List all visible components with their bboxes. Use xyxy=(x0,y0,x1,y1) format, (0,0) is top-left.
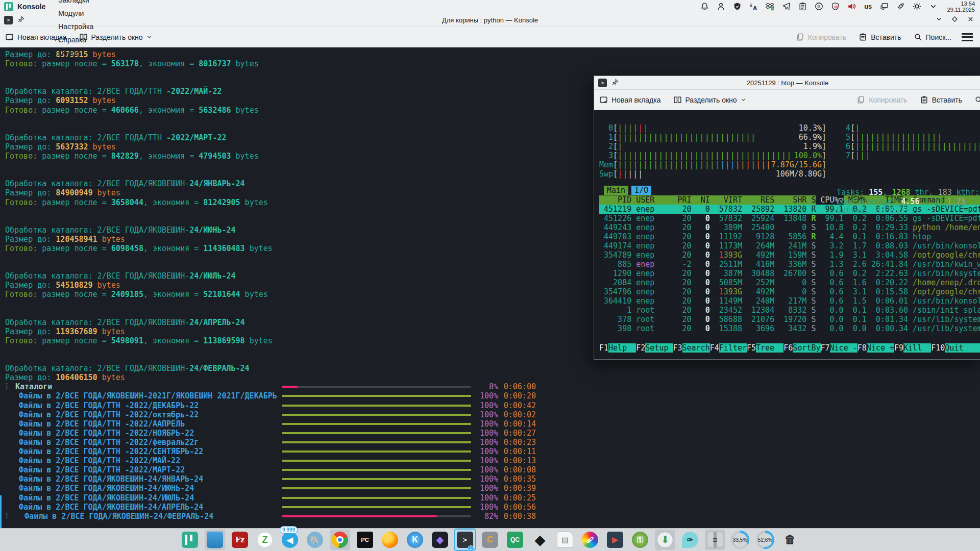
taskbar-firefox-icon[interactable] xyxy=(380,530,400,550)
process-row-449174[interactable]: 449174 enep 20 0 1173M 264M 241M S 3.2 1… xyxy=(599,241,980,251)
search-button[interactable] xyxy=(969,92,980,107)
media-pause-icon[interactable] xyxy=(815,2,824,11)
launcher-rocket-icon[interactable] xyxy=(896,2,905,11)
fkey-F7[interactable]: F7 xyxy=(821,343,830,353)
process-row-885[interactable]: 885 enep -2 0 2511M 416M 336M S 1.3 2.6 … xyxy=(599,260,980,269)
minimize-button[interactable] xyxy=(936,16,942,24)
fkey-action-Quit[interactable]: Quit xyxy=(945,343,980,353)
column-header-PRI[interactable]: PRI xyxy=(678,195,692,205)
htop-titlebar[interactable]: > 20251129 : htop — Konsole xyxy=(594,76,980,90)
menu-item-Поиск[interactable]: Поиск xyxy=(53,46,99,60)
column-header-VIRT[interactable]: VIRT xyxy=(710,195,742,205)
process-row-378[interactable]: 378 root 20 0 58688 21076 19720 S 0.0 0.… xyxy=(599,315,980,324)
paste-button[interactable]: Вставить xyxy=(853,30,906,44)
fkey-F1[interactable]: F1 xyxy=(599,343,608,353)
taskbar-filezilla-icon[interactable]: Fz xyxy=(230,530,250,550)
fkey-F4[interactable]: F4 xyxy=(710,343,719,353)
fkey-action-Nice -[interactable]: Nice - xyxy=(830,343,857,353)
process-row-398[interactable]: 398 root 20 0 15388 3696 3432 S 0.0 0.0 … xyxy=(599,324,980,333)
process-row-1[interactable]: 1 root 20 0 23452 12304 8332 S 0.0 0.1 0… xyxy=(599,306,980,315)
taskbar-inkscape-icon[interactable]: ◆ xyxy=(530,530,550,550)
fkey-F2[interactable]: F2 xyxy=(636,343,645,353)
fkey-action-Help[interactable]: Help xyxy=(608,343,636,353)
taskbar-manjaro-launcher-icon[interactable] xyxy=(180,530,200,550)
taskbar-keepass-icon[interactable]: ⚿ xyxy=(630,530,650,550)
fkey-action-Tree[interactable]: Tree xyxy=(756,343,783,353)
menu-item-Справка[interactable]: Справка xyxy=(53,33,99,46)
taskbar-chrome-icon[interactable] xyxy=(330,530,350,550)
column-header-S[interactable]: S xyxy=(806,195,816,205)
fkey-F8[interactable]: F8 xyxy=(857,343,867,353)
taskbar-pen-tool-icon[interactable]: ✑ xyxy=(680,530,700,550)
dropbox-icon[interactable] xyxy=(766,2,775,11)
taskbar-green-messenger-icon[interactable]: Z xyxy=(255,530,275,550)
main-titlebar[interactable]: > Для корины : python — Konsole xyxy=(0,13,980,27)
firewall-icon[interactable] xyxy=(831,2,840,11)
search-button[interactable]: Поиск... xyxy=(909,30,957,44)
brightness-icon[interactable] xyxy=(913,2,922,11)
taskbar-konsole-icon[interactable]: >+ xyxy=(455,530,475,550)
process-row-449703[interactable]: 449703 enep 20 0 11192 9128 5856 R 4.4 0… xyxy=(599,232,980,241)
copy-button[interactable]: Копировать xyxy=(791,30,851,44)
fkey-F5[interactable]: F5 xyxy=(747,343,756,353)
notifications-icon[interactable] xyxy=(700,2,709,11)
taskbar-downloader-icon[interactable]: ⬇ xyxy=(655,530,675,550)
taskbar-krita-icon[interactable]: 🖌 xyxy=(580,530,600,550)
keyboard-layout-icon[interactable]: us xyxy=(864,2,873,11)
user-switch-icon[interactable] xyxy=(717,2,726,11)
new-tab-button[interactable]: Новая вкладка xyxy=(594,92,666,107)
column-header-SHR[interactable]: SHR xyxy=(774,195,806,205)
split-window-button[interactable]: Разделить окно xyxy=(668,92,751,107)
htop-terminal[interactable]: 0[||||||10.3%] 1[|||||||||||||||||||||||… xyxy=(594,110,980,359)
tray-expand-icon[interactable] xyxy=(929,2,938,11)
tab-io[interactable]: I/O xyxy=(631,186,651,195)
fkey-action-Filter[interactable]: Filter xyxy=(719,343,747,353)
taskbar-telegram-icon[interactable]: ◀9 999 xyxy=(280,530,300,550)
fkey-F6[interactable]: F6 xyxy=(783,343,793,353)
process-row-354796[interactable]: 354796 enep 20 0 1393G 492M 0 S 0.6 3.1 … xyxy=(599,287,980,296)
fkey-action-Nice +[interactable]: Nice + xyxy=(867,343,894,353)
translate-icon[interactable]: x̄A xyxy=(749,2,758,11)
copy-button[interactable]: Копировать xyxy=(851,92,912,107)
taskbar-obsidian-icon[interactable]: ◆ xyxy=(430,530,450,550)
taskbar-cpu-monitor-ring-icon[interactable]: 33,5% xyxy=(730,530,750,550)
audio-volume-icon[interactable] xyxy=(847,2,856,11)
telegram-tray-icon[interactable] xyxy=(782,2,791,11)
hamburger-menu-icon[interactable] xyxy=(962,33,973,41)
close-button[interactable] xyxy=(967,16,974,24)
taskbar-kde-app-icon[interactable]: K xyxy=(405,530,425,550)
clipboard-icon[interactable] xyxy=(798,2,807,11)
taskbar-libreoffice-icon[interactable]: ▤ xyxy=(555,530,575,550)
fkey-action-Kill[interactable]: Kill xyxy=(903,343,931,353)
column-header-RES[interactable]: RES xyxy=(742,195,774,205)
process-row-2084[interactable]: 2084 enep 20 0 5085M 252M 0 S 0.6 1.6 0:… xyxy=(599,278,980,287)
menu-item-Закладки[interactable]: Закладки xyxy=(53,0,99,7)
app-menu-konsole[interactable]: Konsole xyxy=(17,3,45,11)
fkey-action-Setup[interactable]: Setup xyxy=(645,343,673,353)
taskbar-trash-icon[interactable]: 🗑 xyxy=(780,530,800,550)
maximize-button[interactable] xyxy=(951,16,958,24)
column-header-NI[interactable]: NI xyxy=(692,195,710,205)
pin-icon[interactable] xyxy=(18,16,24,24)
fkey-action-Search[interactable]: Search xyxy=(682,343,710,353)
fkey-action-SortBy[interactable]: SortBy xyxy=(793,343,820,353)
tab-main[interactable]: Main xyxy=(604,186,628,195)
menu-item-Настройка[interactable]: Настройка xyxy=(53,20,99,33)
fkey-F3[interactable]: F3 xyxy=(673,343,682,353)
security-shield-icon[interactable] xyxy=(733,2,742,11)
taskbar-ram-monitor-ring-icon[interactable]: 52,6% xyxy=(755,530,775,550)
taskbar-ark-archive-icon[interactable]: ☰ xyxy=(705,530,725,550)
taskbar-c-editor-icon[interactable]: C xyxy=(480,530,500,550)
column-header-PID[interactable]: PID xyxy=(599,195,631,205)
paste-button[interactable]: Вставить xyxy=(915,92,967,107)
column-header-USER[interactable]: USER xyxy=(631,195,677,205)
taskbar-qcad-icon[interactable]: QC xyxy=(505,530,525,550)
process-row-354789[interactable]: 354789 enep 20 0 1393G 492M 159M S 1.9 3… xyxy=(599,251,980,260)
process-row-1290[interactable]: 1290 enep 20 0 387M 30488 26700 S 0.6 0.… xyxy=(599,269,980,278)
clock[interactable]: 13:54 29.11.2025 xyxy=(945,1,975,13)
pin-icon[interactable] xyxy=(612,79,619,87)
taskbar-kdenlive-icon[interactable]: ▶ xyxy=(605,530,625,550)
fkey-F10[interactable]: F10 xyxy=(931,343,945,353)
process-row-364410[interactable]: 364410 enep 20 0 1149M 240M 217M S 0.6 1… xyxy=(599,296,980,306)
fkey-F9[interactable]: F9 xyxy=(894,343,903,353)
